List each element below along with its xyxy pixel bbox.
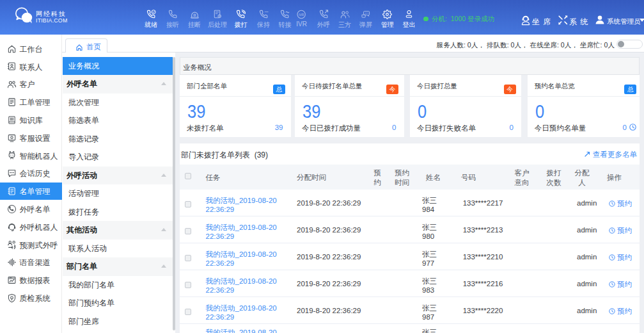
svg-text:IVR: IVR (299, 13, 304, 17)
